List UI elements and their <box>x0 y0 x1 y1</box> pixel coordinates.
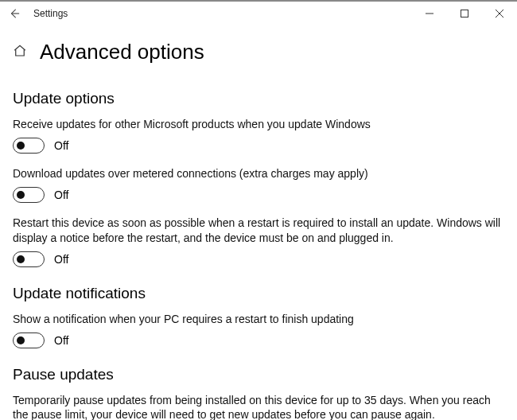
close-button[interactable] <box>482 2 517 25</box>
home-icon[interactable] <box>13 44 27 60</box>
svg-rect-1 <box>461 10 468 18</box>
section-pause-updates-title: Pause updates <box>13 366 504 383</box>
window-title: Settings <box>33 8 68 19</box>
window-controls <box>412 2 517 25</box>
page-title: Advanced options <box>40 40 204 64</box>
section-update-options-title: Update options <box>13 90 504 107</box>
option-restart-asap-toggle[interactable] <box>13 251 45 267</box>
section-update-notifications-title: Update notifications <box>13 285 504 302</box>
maximize-button[interactable] <box>447 2 482 25</box>
page-header: Advanced options <box>0 25 517 72</box>
option-metered-toggle[interactable] <box>13 187 45 203</box>
option-other-products-desc: Receive updates for other Microsoft prod… <box>13 117 504 131</box>
minimize-button[interactable] <box>412 2 447 25</box>
titlebar-left: Settings <box>0 6 68 21</box>
content: Update options Receive updates for other… <box>0 90 517 420</box>
notif-restart-state: Off <box>54 334 68 347</box>
option-metered-toggle-row: Off <box>13 187 504 203</box>
back-button[interactable] <box>6 6 22 21</box>
notif-restart-toggle-row: Off <box>13 332 504 348</box>
titlebar: Settings <box>0 0 517 25</box>
notif-restart-desc: Show a notification when your PC require… <box>13 312 504 326</box>
option-other-products-toggle[interactable] <box>13 138 45 154</box>
option-other-products-state: Off <box>54 139 68 152</box>
option-other-products-toggle-row: Off <box>13 138 504 154</box>
option-metered-state: Off <box>54 189 68 201</box>
notif-restart-toggle[interactable] <box>13 332 45 348</box>
option-restart-asap-desc: Restart this device as soon as possible … <box>13 216 504 244</box>
pause-updates-desc: Temporarily pause updates from being ins… <box>13 393 504 420</box>
option-metered-desc: Download updates over metered connection… <box>13 166 504 181</box>
option-restart-asap-toggle-row: Off <box>13 251 504 267</box>
option-restart-asap-state: Off <box>54 253 68 266</box>
